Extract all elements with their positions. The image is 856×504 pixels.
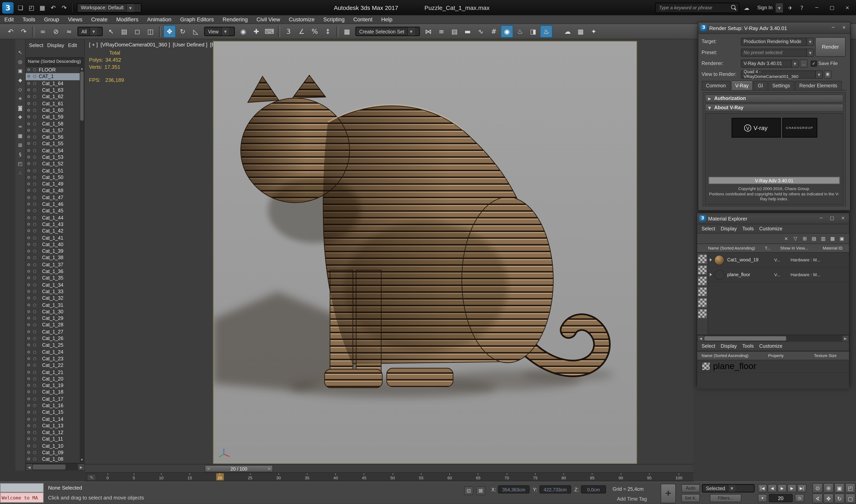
eye-icon[interactable]: ⊙ [26, 209, 32, 213]
render-production-icon[interactable]: ♨ [540, 25, 553, 38]
selection-filter-dropdown[interactable]: All ▼ [77, 27, 103, 36]
freeze-icon[interactable]: ○ [32, 202, 38, 206]
table-row[interactable]: ⊙ ○ Cat_1_16 [26, 402, 84, 409]
timeline-tick[interactable]: 100 [676, 473, 682, 481]
camera-view[interactable] [213, 41, 637, 464]
eye-icon[interactable]: ⊙ [26, 74, 32, 79]
library-material-thumbnail[interactable] [698, 287, 707, 296]
table-row[interactable]: ⊙ ○ Cat_1_22 [26, 362, 84, 369]
viewport-pov-menu[interactable]: [VRayDomeCamera001_360 ] [101, 41, 170, 48]
select-and-manipulate-icon[interactable]: ✚ [250, 25, 263, 38]
selection-lock-icon[interactable]: ⊠ [476, 486, 485, 495]
menu-item[interactable]: Display [721, 342, 737, 350]
close-button[interactable]: × [840, 24, 848, 32]
time-slider-handle[interactable]: < 20 / 100 > [205, 465, 273, 472]
table-row[interactable]: ⊙ ○ Cat_1_63 [26, 87, 84, 93]
timeline-tick[interactable]: 95 [647, 473, 652, 481]
curve-editor-icon[interactable]: ∿ [475, 25, 487, 38]
eye-icon[interactable]: ⊙ [26, 377, 32, 381]
display-containers-icon[interactable]: ◰ [16, 160, 24, 167]
column-chooser-icon[interactable]: ▦ [829, 235, 836, 242]
menu-item[interactable]: Select [29, 41, 43, 49]
table-row[interactable]: ⊙ ○ Cat_1_17 [26, 396, 84, 402]
scene-states-icon[interactable]: ✦ [587, 25, 600, 38]
angle-snap-icon[interactable]: ∠ [296, 25, 308, 38]
save-file-checkbox[interactable]: ✓ [811, 60, 817, 66]
thumbnail-view-icon[interactable]: ⊞ [801, 235, 808, 242]
freeze-icon[interactable]: ○ [32, 403, 38, 408]
table-row[interactable]: ⊙ ○ Cat_1_18 [26, 389, 84, 396]
freeze-icon[interactable]: ○ [32, 450, 38, 455]
freeze-icon[interactable]: ○ [32, 356, 38, 361]
freeze-icon[interactable]: ○ [32, 410, 38, 414]
help-icon[interactable]: ? [797, 3, 806, 12]
table-row[interactable]: ⊙ ○ Cat_1_12 [26, 429, 84, 436]
z-coordinate-field[interactable]: 0,0cm [581, 485, 606, 493]
keyboard-override-icon[interactable]: ⌨ [263, 25, 276, 38]
scrollbar-thumb[interactable] [33, 465, 66, 469]
menu-item[interactable]: Edit [0, 15, 18, 23]
menu-item[interactable]: Display [721, 224, 737, 233]
table-row[interactable]: ⊙ ○ Cat_1_41 [26, 234, 84, 241]
lock-icon[interactable]: ▣ [16, 68, 24, 75]
set-key-button[interactable]: Set K. [681, 494, 700, 502]
freeze-icon[interactable]: ○ [32, 329, 38, 334]
freeze-icon[interactable]: ○ [32, 296, 38, 300]
table-row[interactable]: ⊙ ○ Cat_1_59 [26, 113, 84, 120]
horizontal-scrollbar[interactable]: ◀ ▶ [26, 463, 85, 471]
mini-curve-editor-icon[interactable]: ∿ [87, 474, 96, 481]
eye-icon[interactable]: ⊙ [26, 444, 32, 448]
table-row[interactable]: ⊙ ○ Cat_1_33 [26, 288, 84, 295]
eye-icon[interactable]: ⊙ [26, 303, 32, 307]
search-icon[interactable] [731, 4, 737, 10]
authorization-rollout[interactable]: ▶ Authorization [705, 94, 843, 103]
menu-item[interactable]: Content [349, 15, 377, 23]
bind-to-space-warp-icon[interactable]: ≈ [63, 25, 75, 38]
display-spacewarps-icon[interactable]: ≈ [16, 123, 24, 130]
time-slider[interactable]: < 20 / 100 > [85, 464, 693, 473]
eye-icon[interactable]: ⊙ [26, 222, 32, 227]
eye-icon[interactable]: ⊙ [26, 383, 32, 388]
freeze-icon[interactable]: ○ [32, 101, 38, 106]
eye-icon[interactable]: ⊙ [26, 289, 32, 293]
eye-icon[interactable]: ⊙ [26, 128, 32, 132]
selected-filter-dropdown[interactable]: Selected ▼ [702, 484, 754, 492]
timeline-tick[interactable]: 5 [133, 473, 135, 481]
menu-item[interactable]: Group [40, 15, 64, 23]
table-row[interactable]: ⊙ ○ Cat_1_28 [26, 322, 84, 328]
menu-item[interactable]: Select [701, 224, 715, 233]
freeze-icon[interactable]: ○ [32, 303, 38, 307]
selection-set-dropdown[interactable]: Create Selection Set ▼ [356, 27, 420, 36]
eye-icon[interactable]: ⊙ [26, 403, 32, 408]
table-row[interactable]: ⊙ ○ Cat_1_35 [26, 275, 84, 281]
eye-icon[interactable]: ⊙ [26, 410, 32, 414]
menu-item[interactable]: Tools [742, 342, 754, 350]
tab[interactable]: Render Elements [795, 81, 842, 90]
freeze-icon[interactable]: ○ [32, 316, 38, 321]
freeze-icon[interactable]: ○ [32, 175, 38, 180]
percent-snap-icon[interactable]: % [308, 25, 321, 38]
table-row[interactable]: ⊙ ○ FLOOR [26, 67, 84, 73]
eye-icon[interactable]: ⊙ [26, 175, 32, 180]
table-row[interactable]: ⊙ ○ Cat_1_46 [26, 201, 84, 208]
select-icon[interactable]: ↖ [16, 49, 24, 56]
close-button[interactable]: × [840, 2, 855, 13]
freeze-icon[interactable]: ○ [32, 215, 38, 220]
menu-item[interactable]: Modifiers [112, 15, 143, 23]
share-icon[interactable]: ✈ [786, 3, 795, 12]
table-row[interactable]: ⊙ ○ Cat_1_45 [26, 208, 84, 214]
snaps-toggle-icon[interactable]: 3 [282, 25, 295, 38]
set-keys-button[interactable]: + [661, 484, 676, 503]
freeze-icon[interactable]: ○ [32, 88, 38, 92]
next-frame-icon[interactable]: > [268, 466, 271, 471]
table-row[interactable]: ⊙ ○ Cat_1_14 [26, 416, 84, 422]
play-icon[interactable]: ▶ [778, 484, 787, 492]
scroll-right-icon[interactable]: ▶ [842, 336, 848, 341]
library-material-thumbnail[interactable] [698, 298, 707, 307]
eye-icon[interactable]: ⊙ [26, 249, 32, 253]
freeze-icon[interactable]: ○ [32, 155, 38, 159]
name-column-header[interactable]: Name (Sorted Descending) [26, 57, 84, 67]
x-coordinate-field[interactable]: 354,363cm [498, 485, 530, 493]
cat-model[interactable] [213, 41, 637, 464]
timeline-tick[interactable]: 35 [305, 473, 309, 481]
